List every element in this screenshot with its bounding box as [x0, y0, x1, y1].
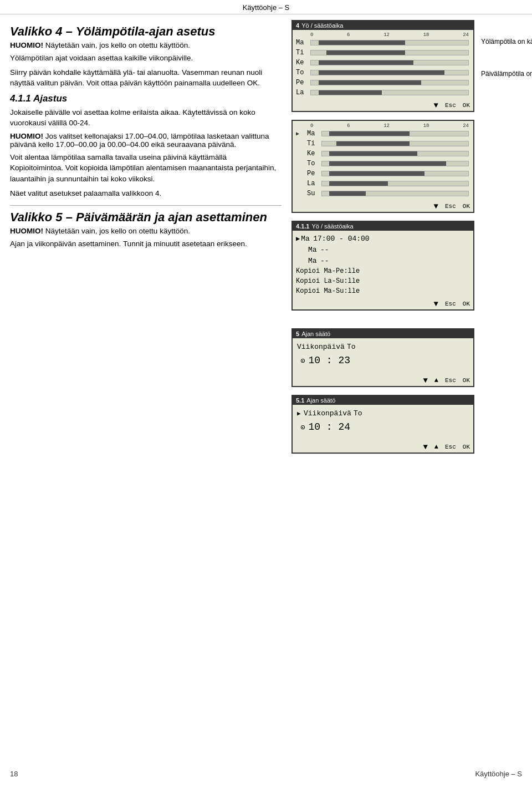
- body1: Yölämpötilan ajat voidaan asettaa kaikil…: [10, 53, 282, 64]
- footer-page-num: 18: [10, 770, 18, 778]
- lcd4-scale: 0 6 12 18 24: [296, 32, 470, 38]
- lcd4-row-to: To: [296, 68, 470, 78]
- lcd411-header: 4.1.1 Yö / säästöaika: [293, 222, 473, 231]
- lcd41-footer: ▼ Esc OK: [293, 201, 473, 212]
- lcd51-label: Ajan säätö: [306, 397, 335, 404]
- lcd51-header: 5.1 Ajan säätö: [293, 396, 473, 405]
- lcd4-row-pe: Pe: [296, 78, 470, 88]
- lcd411-copy3-text: Kopioi Ma-Su:lle: [296, 287, 360, 295]
- lcd411-ok[interactable]: OK: [463, 301, 470, 307]
- lcd4-bar-to: [310, 70, 469, 75]
- huomio5-text: Näytetään vain, jos kello on otettu käyt…: [43, 227, 190, 235]
- lcd411-time1-row: ▶ Ma 17:00 - 04:00: [296, 233, 470, 244]
- lcd51-weekday-value: To: [354, 409, 362, 418]
- lcd411-box: 4.1.1 Yö / säästöaika ▶ Ma 17:00 - 04:00…: [291, 221, 474, 311]
- section-divider: [10, 205, 282, 206]
- lcd411-esc[interactable]: Esc: [445, 301, 456, 307]
- lcd41-esc[interactable]: Esc: [445, 203, 456, 210]
- lcd51-body: ▶ Viikonpäivä To ⊙ 10 : 24: [293, 405, 473, 441]
- lcd411-time2-row: Ma --: [296, 244, 470, 255]
- subsection-title: 4.1.1 Ajastus: [10, 93, 282, 104]
- huomio1-bold: HUOMIO!: [10, 41, 43, 49]
- right-column: 4 Yö / säästöaika 0 6 12 18 24 Ma: [291, 20, 474, 456]
- lcd41-row-ke: Ke: [296, 149, 470, 159]
- lcd51-clock-row: ⊙ 10 : 24: [296, 419, 470, 435]
- lcd41-box: 0 6 12 18 24 ▶ Ma Ti: [291, 120, 474, 213]
- lcd51-clock-icon: ⊙: [300, 423, 305, 432]
- lcd51-esc[interactable]: Esc: [445, 444, 456, 450]
- huomio2-bold: HUOMIO!: [10, 132, 43, 140]
- body3: Jokaiselle päivälle voi asettaa kolme er…: [10, 107, 282, 129]
- lcd4-bar-pe: [310, 80, 469, 85]
- section4-title: Valikko 4 – Yölämpötila-ajan asetus: [10, 24, 282, 39]
- lcd41-row-ma: ▶ Ma: [296, 129, 470, 139]
- lcd411-arrow-down: ▼: [434, 299, 438, 308]
- lcd5-weekday-value: To: [347, 343, 356, 351]
- lcd5-num: 5: [296, 331, 299, 337]
- header-text: Käyttöohje – S: [243, 3, 290, 12]
- lcd41-bar-ti: [321, 141, 469, 146]
- huomio5: HUOMIO! Näytetään vain, jos kello on ote…: [10, 227, 282, 235]
- lcd5-ok[interactable]: OK: [463, 377, 470, 384]
- body2: Siirry päivän kohdalle käyttämällä ylä- …: [10, 67, 282, 89]
- lcd41-arrow-down: ▼: [434, 202, 438, 211]
- lcd41-bar-ke: [321, 151, 469, 156]
- lcd4-bar-la: [310, 90, 469, 95]
- left-column: Valikko 4 – Yölämpötila-ajan asetus HUOM…: [10, 20, 282, 456]
- lcd51-box: 5.1 Ajan säätö ▶ Viikonpäivä To ⊙ 10 : 2…: [291, 395, 474, 454]
- lcd41-scale: 0 6 12 18 24: [296, 123, 470, 129]
- lcd51-ok[interactable]: OK: [463, 444, 470, 450]
- lcd5-weekday-row: Viikonpäivä To: [296, 340, 470, 353]
- lcd41-bar-to: [321, 161, 469, 166]
- page-header: Käyttöohje – S: [0, 0, 532, 14]
- body4: Voit alentaa lämpötilaa samalla tavalla …: [10, 152, 282, 185]
- lcd411-time1: 17:00 - 04:00: [313, 235, 369, 243]
- lcd4-esc[interactable]: Esc: [445, 102, 456, 109]
- lcd51-footer: ▼ ▲ Esc OK: [293, 441, 473, 453]
- lcd4-annotations: Yölämpötila on käytössä Päivälämpötila o…: [481, 37, 532, 79]
- lcd411-time3-row: Ma --: [296, 255, 470, 266]
- huomio2-text: Jos valitset kellonajaksi 17.00–04.00, l…: [10, 132, 269, 149]
- lcd411-time2: --: [320, 246, 329, 254]
- lcd411-time3: --: [320, 257, 329, 265]
- lcd411-arrow: ▶: [296, 235, 300, 243]
- lcd411-copy2: Kopioi La-Su:lle: [296, 276, 470, 286]
- lcd411-copy1-text: Kopioi Ma-Pe:lle: [296, 267, 360, 275]
- lcd4-row-la: La: [296, 88, 470, 98]
- lcd5-clock-icon: ⊙: [300, 356, 305, 365]
- lcd411-label: Yö / säästöaika: [311, 223, 353, 230]
- page-footer: 18 Käyttöohje – S: [0, 770, 532, 778]
- lcd51-num: 5.1: [296, 397, 304, 404]
- lcd41-bar-la: [321, 181, 469, 186]
- lcd51-arrow: ▶: [297, 410, 304, 417]
- lcd411-day: Ma: [301, 235, 313, 243]
- lcd5-body: Viikonpäivä To ⊙ 10 : 23: [293, 338, 473, 375]
- lcd41-row-to: To: [296, 159, 470, 169]
- lcd51-arrow-down-btn: ▼: [423, 443, 427, 451]
- lcd5-arrow-down-btn: ▼: [423, 376, 427, 385]
- lcd4-bar-ke: [310, 60, 469, 65]
- lcd4-bar-ti: [310, 50, 469, 55]
- lcd51-time: 10 : 24: [308, 421, 350, 433]
- lcd4-body: 0 6 12 18 24 Ma Ti: [293, 30, 473, 100]
- body5-1: Ajan ja viikonpäivän asettaminen. Tunnit…: [10, 238, 282, 250]
- lcd4-ok[interactable]: OK: [463, 102, 470, 109]
- lcd41-row-ti: Ti: [296, 139, 470, 149]
- lcd41-ok[interactable]: OK: [463, 203, 470, 210]
- lcd41-bar-pe: [321, 171, 469, 176]
- lcd41-bar-ma: [321, 131, 469, 136]
- lcd4-bar-ma: [310, 40, 469, 45]
- lcd5-esc[interactable]: Esc: [445, 377, 456, 384]
- lcd5-footer: ▼ ▲ Esc OK: [293, 375, 473, 386]
- lcd51-weekday-row: ▶ Viikonpäivä To: [296, 407, 470, 419]
- page-body: Valikko 4 – Yölämpötila-ajan asetus HUOM…: [0, 14, 532, 461]
- huomio1-text: Näytetään vain, jos kello on otettu käyt…: [43, 41, 190, 49]
- lcd411-copy2-text: Kopioi La-Su:lle: [296, 277, 360, 285]
- section5-title: Valikko 5 – Päivämäärän ja ajan asettami…: [10, 210, 282, 225]
- lcd4-row-ti: Ti: [296, 48, 470, 58]
- lcd41-bar-su: [321, 191, 469, 196]
- huomio2: HUOMIO! Jos valitset kellonajaksi 17.00–…: [10, 132, 282, 149]
- lcd41-row-pe: Pe: [296, 169, 470, 179]
- body5: Näet valitut asetukset palaamalla valikk…: [10, 188, 282, 199]
- lcd4-label: Yö / säästöaika: [301, 22, 343, 29]
